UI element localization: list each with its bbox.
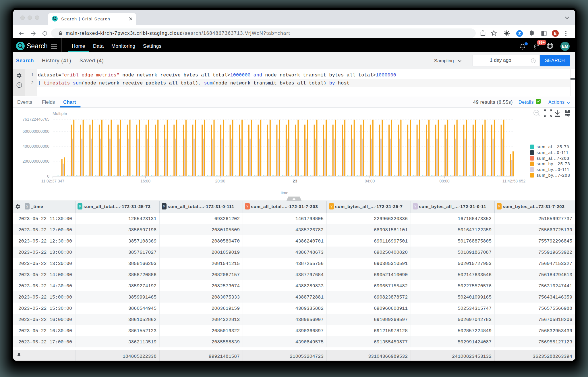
svg-text:Multiple: Multiple	[53, 111, 67, 116]
svg-text:sum_by...7-203: sum_by...7-203	[537, 173, 570, 178]
svg-text:08:00: 08:00	[440, 179, 450, 183]
svg-text:200000000000: 200000000000	[23, 159, 50, 164]
svg-text:sum_al...0-111: sum_al...0-111	[537, 150, 569, 155]
svg-text:sum_al...7-203: sum_al...7-203	[537, 156, 569, 161]
svg-text:23: 23	[293, 179, 297, 183]
svg-text:sum_by...25-73: sum_by...25-73	[537, 161, 570, 166]
svg-text:600000000000: 600000000000	[23, 129, 50, 134]
svg-text:sum_al...25-73: sum_al...25-73	[537, 145, 569, 149]
svg-text:11:42:58 652: 11:42:58 652	[502, 179, 526, 183]
svg-text:_time: _time	[278, 191, 288, 195]
svg-text:11:02:37 347: 11:02:37 347	[41, 179, 65, 183]
svg-text:04:00: 04:00	[365, 179, 375, 183]
svg-text:0: 0	[47, 174, 49, 178]
svg-text:16:00: 16:00	[140, 179, 150, 183]
svg-text:761722446765: 761722446765	[23, 117, 50, 122]
svg-text:?: ?	[18, 83, 20, 87]
svg-text:20:00: 20:00	[215, 179, 225, 183]
svg-text:sum_by...0-111: sum_by...0-111	[537, 167, 570, 172]
svg-text:400000000000: 400000000000	[23, 144, 50, 149]
